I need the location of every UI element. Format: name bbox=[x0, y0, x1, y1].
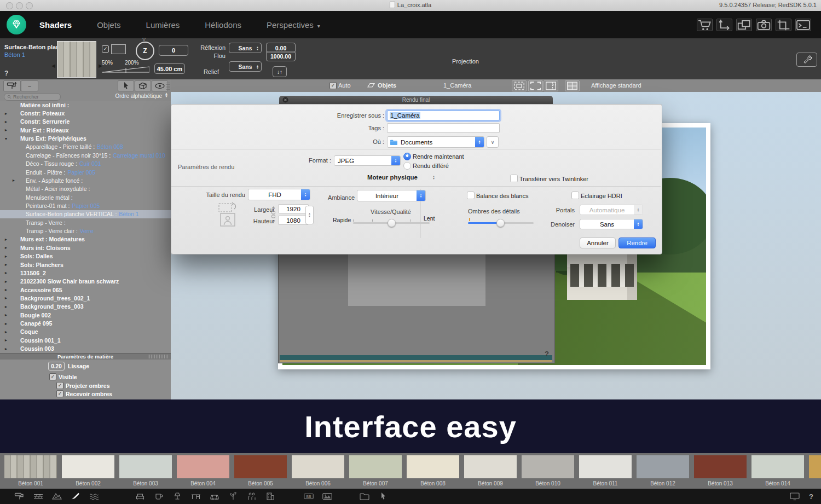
shader-list-item[interactable]: Métal - Acier inoxydable : bbox=[0, 185, 171, 193]
help-link[interactable]: ? bbox=[4, 69, 8, 77]
disclosure-triangle-icon[interactable]: ► bbox=[3, 237, 9, 241]
shader-list-item[interactable]: Carrelage - Faïences noir 30*15 : Carrel… bbox=[0, 151, 171, 159]
width-input[interactable]: 1920 bbox=[278, 204, 309, 213]
color-swatch[interactable] bbox=[111, 44, 126, 54]
app-logo-icon[interactable] bbox=[7, 15, 26, 34]
cube-view-button[interactable] bbox=[135, 80, 151, 91]
help-button[interactable]: ? bbox=[809, 493, 813, 501]
display-mode-label[interactable]: Affichage standard bbox=[591, 82, 641, 89]
render-button[interactable]: Rendre bbox=[618, 237, 656, 248]
material-tile[interactable]: Béton 004 bbox=[177, 455, 229, 489]
material-tile[interactable]: Béton 011 bbox=[579, 455, 632, 489]
material-tile[interactable]: Béton 010 bbox=[522, 455, 574, 489]
rotation-dial[interactable]: Z bbox=[136, 42, 154, 60]
waves-icon[interactable] bbox=[89, 492, 100, 501]
reflexion-dropdown[interactable]: Sans▲▼ bbox=[229, 43, 262, 53]
shader-list-item[interactable]: ► Mur Ext : Rideaux bbox=[0, 126, 171, 134]
terrain-icon[interactable] bbox=[51, 492, 62, 501]
texture-view-button[interactable] bbox=[565, 80, 580, 91]
shader-list-item[interactable]: Enduit - Plâtre : Papier 005 bbox=[0, 168, 171, 176]
material-tile[interactable]: Béton 002 bbox=[62, 455, 114, 489]
building-icon[interactable] bbox=[265, 492, 276, 501]
render-help-link[interactable]: ? bbox=[545, 350, 549, 358]
dialog-titlebar[interactable]: Rendu final bbox=[279, 96, 553, 104]
remove-shader-button[interactable]: − bbox=[21, 80, 38, 91]
shader-list-item[interactable]: ► Accessoire 065 bbox=[0, 286, 171, 294]
shader-list-item[interactable]: ► Constr: Poteaux bbox=[0, 109, 171, 117]
disclosure-triangle-icon[interactable]: ► bbox=[3, 305, 9, 309]
size-stepper[interactable]: ▲▼ bbox=[305, 206, 314, 224]
bricks-icon[interactable] bbox=[33, 492, 44, 501]
disclosure-triangle-icon[interactable]: ► bbox=[3, 280, 9, 283]
shader-list-item[interactable]: ► Coque bbox=[0, 328, 171, 336]
render-window-button[interactable] bbox=[544, 80, 558, 91]
shader-list-item[interactable]: ► Murs int: Cloisons bbox=[0, 244, 171, 252]
save-as-input[interactable]: 1_Caméra bbox=[387, 111, 500, 120]
shader-list-item[interactable]: ► Background_trees_002_1 bbox=[0, 294, 171, 302]
shader-list-item[interactable]: ► 131506_2 bbox=[0, 269, 171, 277]
shader-list-item[interactable]: ► 21022300 Slow Chair braun schwarz bbox=[0, 277, 171, 286]
link-dimensions-icon[interactable] bbox=[270, 205, 277, 224]
camera-name-label[interactable]: 1_Caméra bbox=[443, 82, 471, 89]
render-zone-button[interactable] bbox=[512, 80, 527, 91]
disclosure-triangle-icon[interactable]: ► bbox=[3, 330, 9, 334]
panel-grip[interactable] bbox=[166, 82, 170, 90]
monitor-icon[interactable] bbox=[789, 492, 800, 501]
height-input[interactable]: 1080 bbox=[278, 216, 309, 225]
trowel-icon[interactable] bbox=[70, 492, 81, 501]
tags-input[interactable] bbox=[387, 123, 500, 133]
tab-objets[interactable]: Objets bbox=[97, 20, 120, 30]
tab-shaders[interactable]: Shaders bbox=[39, 20, 72, 30]
billboard-icon[interactable]: BB bbox=[303, 492, 314, 501]
material-tile[interactable] bbox=[809, 455, 821, 489]
disclosure-triangle-icon[interactable]: ► bbox=[3, 254, 9, 258]
tab-perspectives[interactable]: Perspectives▾ bbox=[267, 20, 320, 30]
car-icon[interactable] bbox=[209, 492, 220, 501]
disclosure-triangle-icon[interactable]: ► bbox=[3, 347, 9, 351]
select-tool-button[interactable] bbox=[118, 80, 134, 91]
material-tile[interactable]: Béton 001 bbox=[4, 455, 57, 489]
shader-list-item[interactable]: ► Background_trees_003 bbox=[0, 303, 171, 311]
speed-slider-thumb[interactable] bbox=[388, 219, 396, 227]
disclosure-triangle-icon[interactable]: ► bbox=[3, 128, 9, 132]
invert-relief-button[interactable]: ↓↑ bbox=[273, 66, 287, 77]
disclosure-triangle-icon[interactable]: ► bbox=[3, 263, 9, 267]
rotation-value-field[interactable]: 0 bbox=[159, 45, 188, 56]
material-tile[interactable]: Béton 009 bbox=[464, 455, 517, 489]
material-tile[interactable]: Béton 006 bbox=[292, 455, 344, 489]
material-tile[interactable]: Béton 005 bbox=[234, 455, 287, 489]
visibility-button[interactable] bbox=[152, 80, 168, 91]
lamp-icon[interactable] bbox=[172, 492, 183, 501]
fit-view-button[interactable] bbox=[528, 80, 543, 91]
shader-list-item[interactable]: Transp - Verre : bbox=[0, 218, 171, 227]
disclosure-triangle-icon[interactable]: ► bbox=[11, 178, 16, 182]
white-balance-checkbox[interactable] bbox=[467, 192, 475, 199]
shader-list-item[interactable]: Surface-Beton planche VERTICAL : Béton 1 bbox=[0, 210, 171, 218]
desk-icon[interactable] bbox=[190, 492, 201, 501]
engine-selector[interactable]: Moteur physique bbox=[357, 174, 428, 181]
close-icon[interactable] bbox=[282, 97, 288, 103]
cancel-button[interactable]: Annuler bbox=[580, 237, 616, 248]
projeter-ombres-checkbox[interactable]: ✓ bbox=[56, 382, 63, 389]
objets-label[interactable]: Objets bbox=[378, 82, 396, 89]
shader-list-item[interactable]: ► Bougie 002 bbox=[0, 311, 171, 319]
disclosure-triangle-icon[interactable]: ► bbox=[3, 246, 9, 250]
hdri-checkbox[interactable] bbox=[571, 192, 579, 199]
scale-slider[interactable] bbox=[102, 66, 149, 74]
shader-list-item[interactable]: ► Sols: Dalles bbox=[0, 252, 171, 260]
material-tile[interactable]: Béton 008 bbox=[407, 455, 459, 489]
shadow-slider-thumb[interactable] bbox=[496, 219, 505, 227]
plant-icon[interactable] bbox=[228, 492, 239, 501]
shader-list-item[interactable]: ► Coussin 001_1 bbox=[0, 336, 171, 344]
shader-list-item[interactable]: ► Constr: Serrurerie bbox=[0, 118, 171, 126]
render-now-radio[interactable] bbox=[403, 153, 411, 160]
add-shader-button[interactable] bbox=[3, 80, 21, 91]
render-deferred-radio[interactable] bbox=[403, 162, 411, 170]
size-value-field[interactable]: 45.00 cm bbox=[154, 63, 185, 74]
material-tile[interactable]: Béton 014 bbox=[751, 455, 804, 489]
camera-icon[interactable] bbox=[756, 19, 772, 31]
paint-roller-icon[interactable] bbox=[14, 492, 25, 501]
visible-checkbox[interactable]: ✓ bbox=[49, 373, 56, 380]
shader-item-material[interactable]: Béton 1 bbox=[119, 211, 138, 217]
shader-list-item[interactable]: Déco - Tissu rouge : Cuir 001 bbox=[0, 160, 171, 168]
